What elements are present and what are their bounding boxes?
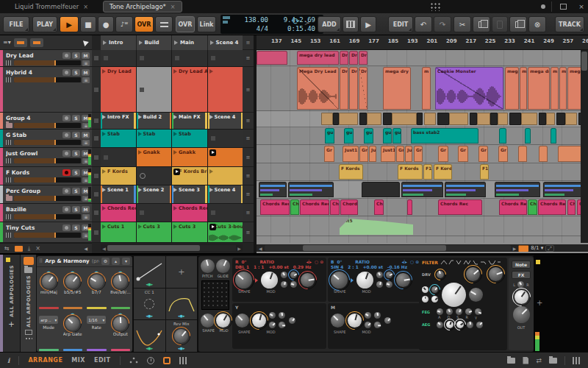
routing-button[interactable]: ≡ bbox=[82, 214, 90, 220]
track-hybrid-4[interactable]: Hybrid 4SM≡ bbox=[0, 67, 92, 113]
group-content-block[interactable] bbox=[424, 113, 436, 125]
project-tab-tone-archipelago[interactable]: Tone Archipelago* × bbox=[103, 1, 182, 13]
arranger-horizontal-scrollbar[interactable]: ◀ ▶ 8/1 ▾ ⤢ bbox=[257, 244, 588, 252]
clip-stop-button[interactable] bbox=[92, 67, 101, 113]
arranger-clip-ch[interactable]: Ch bbox=[528, 199, 537, 215]
scene-row-options[interactable]: ≡ bbox=[243, 167, 254, 185]
small-knob[interactable] bbox=[422, 286, 429, 293]
note-input-button[interactable]: Note bbox=[512, 261, 531, 269]
view-tab-mix[interactable]: MIX bbox=[71, 357, 85, 364]
clip-stop-button[interactable] bbox=[92, 222, 101, 243]
routing-button[interactable]: ≡ bbox=[82, 140, 90, 146]
small-knob[interactable] bbox=[365, 312, 371, 319]
mix-knob[interactable] bbox=[514, 290, 528, 304]
pointer-tool-icon[interactable] bbox=[83, 39, 90, 46]
scroll-left-icon[interactable]: ◀ bbox=[84, 246, 87, 251]
small-knob[interactable] bbox=[386, 272, 392, 278]
arranger-clip-gr[interactable]: Gr bbox=[458, 146, 468, 162]
track-bazille[interactable]: BazilleSM≡ bbox=[0, 204, 92, 222]
clip-f-kords[interactable] bbox=[208, 167, 243, 185]
swap-icon[interactable]: ⇄ bbox=[536, 357, 542, 364]
group-content-block[interactable] bbox=[498, 113, 508, 125]
stop-button[interactable]: ■ bbox=[80, 16, 96, 32]
small-knob[interactable] bbox=[431, 296, 438, 302]
small-knob[interactable] bbox=[279, 322, 285, 328]
mute-button[interactable]: M bbox=[82, 132, 90, 138]
scene-header-build[interactable]: Build bbox=[137, 35, 172, 50]
arranger-clip-chords-rec[interactable]: Chords Rec bbox=[300, 199, 329, 215]
group-content-block[interactable] bbox=[521, 113, 537, 125]
track-menu-button[interactable]: TRACK bbox=[555, 16, 584, 32]
clip-stop-button[interactable] bbox=[92, 50, 101, 67]
filter-env-knob[interactable] bbox=[466, 267, 480, 281]
arranger-clip-chords-rec[interactable]: Chords Rec bbox=[438, 199, 482, 215]
clip-stop-button[interactable] bbox=[92, 204, 101, 222]
browser-side-tab[interactable]: ALL ARPOLOGIES + bbox=[3, 255, 21, 353]
add-clip-button[interactable]: ▶ bbox=[360, 16, 376, 32]
group-content-block[interactable] bbox=[321, 113, 333, 125]
arranger-clip-ju[interactable]: Ju bbox=[369, 146, 376, 162]
record-arm-button[interactable] bbox=[62, 206, 71, 213]
preset-name[interactable]: (preset p... bbox=[92, 258, 99, 264]
arranger-clip-perc-group[interactable] bbox=[362, 182, 400, 197]
punch-button[interactable] bbox=[155, 16, 173, 32]
volume-fader[interactable] bbox=[14, 123, 81, 128]
record-arm-button[interactable] bbox=[62, 169, 71, 176]
small-knob[interactable] bbox=[386, 281, 392, 288]
clear-icon[interactable]: × bbox=[35, 245, 40, 252]
tab-close-icon[interactable]: × bbox=[83, 4, 88, 10]
clip-just-growl[interactable] bbox=[208, 148, 243, 166]
window-maximize-icon[interactable] bbox=[559, 2, 567, 11]
small-knob[interactable] bbox=[279, 312, 285, 319]
arranger-clip-g-stab[interactable] bbox=[551, 128, 556, 144]
arranger-clip-mega-dr[interactable]: mega dr bbox=[528, 67, 550, 110]
volume-fader[interactable] bbox=[14, 60, 81, 66]
scene-row-options[interactable]: ≡ bbox=[243, 185, 254, 204]
record-button[interactable]: ● bbox=[98, 16, 114, 32]
scroll-left-button[interactable]: ◀ bbox=[101, 246, 107, 251]
feg-knob[interactable] bbox=[465, 308, 472, 315]
min-maj-knob[interactable] bbox=[42, 275, 56, 289]
preset-down-button[interactable]: ▾ bbox=[122, 258, 130, 265]
clip-launcher-view-icon[interactable] bbox=[163, 357, 171, 364]
small-knob[interactable] bbox=[290, 281, 297, 288]
aeg-knob[interactable] bbox=[437, 322, 443, 328]
mod-knob[interactable] bbox=[216, 314, 230, 328]
group-content-block[interactable] bbox=[565, 113, 577, 125]
arranger-clip-gu[interactable]: gu bbox=[364, 128, 373, 144]
group-content-block[interactable] bbox=[333, 113, 339, 125]
clip-hybrid-4[interactable] bbox=[208, 67, 243, 112]
shape-knob[interactable] bbox=[201, 314, 215, 328]
small-knob[interactable] bbox=[289, 317, 295, 324]
mute-button[interactable]: M bbox=[82, 69, 90, 76]
add-device-icon[interactable]: + bbox=[8, 320, 14, 328]
b7-7-knob[interactable] bbox=[90, 275, 104, 289]
pitch-knob[interactable] bbox=[201, 259, 215, 273]
arranger-clip-m[interactable]: m bbox=[520, 67, 527, 110]
drive-knob[interactable] bbox=[437, 271, 444, 278]
arranger-clip-ch[interactable]: Ch bbox=[374, 199, 384, 215]
arranger-clip-chords-l[interactable]: Chords l bbox=[340, 199, 358, 215]
arranger-clip-gr[interactable]: Gr bbox=[498, 146, 508, 162]
arranger-clip-ch[interactable]: Ch bbox=[290, 199, 299, 215]
duplicate-button[interactable] bbox=[509, 16, 527, 32]
group-content-block[interactable] bbox=[556, 113, 565, 125]
clip-gnakk[interactable]: Gnakk bbox=[172, 148, 207, 166]
scene-header-intro[interactable]: Intro bbox=[101, 35, 136, 50]
semitone-value[interactable]: +0.00 st bbox=[363, 265, 383, 269]
paste-button[interactable] bbox=[492, 16, 508, 32]
group-content-block[interactable] bbox=[470, 113, 477, 125]
mod-knob[interactable] bbox=[356, 272, 373, 289]
small-knob[interactable] bbox=[384, 317, 391, 324]
clip-stab[interactable]: Stab bbox=[172, 130, 207, 147]
device-header[interactable]: ⠿ Arp & Harmony (preset p... ⚙ ▴ ▾ bbox=[37, 256, 132, 267]
view-tab-edit[interactable]: EDIT bbox=[94, 357, 111, 364]
mute-button[interactable]: M bbox=[82, 52, 90, 59]
preset-up-button[interactable]: ▴ bbox=[112, 258, 120, 265]
scroll-left-button[interactable]: ◀ bbox=[259, 246, 262, 251]
record-arm-button[interactable] bbox=[62, 188, 71, 194]
output-knob[interactable] bbox=[113, 316, 127, 330]
stop-clips-button[interactable] bbox=[15, 246, 23, 252]
chain-options-icon[interactable] bbox=[25, 337, 32, 340]
empty-clip-slot[interactable] bbox=[137, 204, 172, 222]
